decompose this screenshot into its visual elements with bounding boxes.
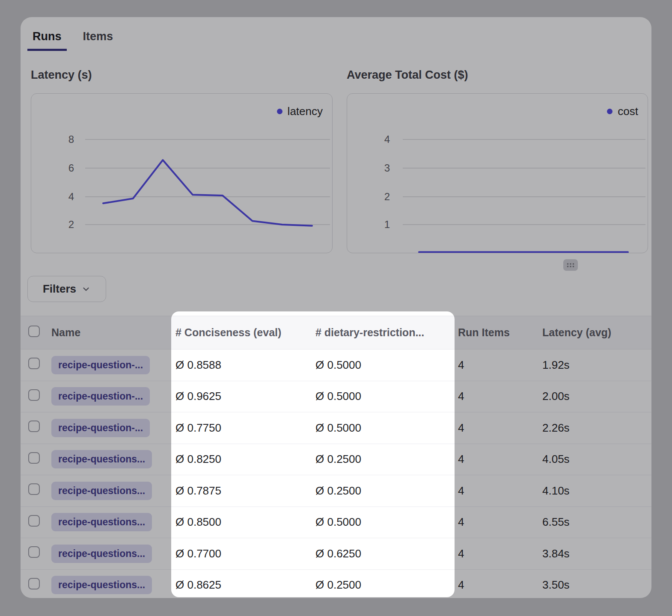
row-checkbox[interactable]	[28, 483, 40, 495]
chevron-down-icon	[81, 284, 91, 294]
run-name-badge[interactable]: recipe-question-...	[51, 356, 150, 374]
run-name-badge[interactable]: recipe-questions...	[51, 576, 152, 594]
row-checkbox[interactable]	[28, 452, 40, 464]
run-name-cell: recipe-questions...	[51, 450, 175, 468]
cost-chart-title: Average Total Cost ($)	[347, 68, 468, 82]
latency-value: 4.05s	[542, 453, 651, 466]
row-checkbox[interactable]	[28, 546, 40, 558]
runs-panel: Runs Items Latency (s) Average Total Cos…	[21, 17, 651, 598]
dietary-value: Ø 0.5000	[315, 421, 458, 435]
run-name-cell: recipe-questions...	[51, 576, 175, 594]
run-name-badge[interactable]: recipe-questions...	[51, 450, 152, 468]
table-header: Name # Conciseness (eval) # dietary-rest…	[21, 316, 651, 349]
run-name-cell: recipe-question-...	[51, 387, 175, 406]
latency-y-tick: 6	[48, 162, 74, 175]
row-checkbox-cell	[21, 389, 51, 404]
latency-line	[103, 160, 312, 226]
latency-value: 3.50s	[542, 578, 651, 592]
latency-value: 2.26s	[542, 421, 651, 435]
conciseness-value: Ø 0.8500	[175, 515, 315, 529]
dietary-value: Ø 0.2500	[315, 453, 458, 466]
latency-value: 2.00s	[542, 390, 651, 403]
cost-legend-label: cost	[618, 105, 638, 118]
column-header-latency[interactable]: Latency (avg)	[542, 326, 651, 339]
run-name-badge[interactable]: recipe-question-...	[51, 419, 150, 437]
run-name-badge[interactable]: recipe-questions...	[51, 545, 152, 563]
run-items-value: 4	[458, 358, 542, 372]
run-name-cell: recipe-questions...	[51, 513, 175, 531]
latency-value: 1.92s	[542, 358, 651, 372]
filters-button[interactable]: Filters	[27, 276, 106, 302]
row-checkbox-cell	[21, 578, 51, 592]
cost-chart-plot	[347, 94, 648, 253]
drag-handle[interactable]	[563, 259, 578, 271]
conciseness-value: Ø 0.8625	[175, 578, 315, 592]
row-checkbox[interactable]	[28, 421, 40, 432]
run-name-cell: recipe-question-...	[51, 419, 175, 437]
table-row: recipe-questions... Ø 0.8500 Ø 0.5000 4 …	[21, 507, 651, 539]
cost-legend[interactable]: cost	[607, 105, 638, 118]
row-checkbox[interactable]	[28, 389, 40, 401]
tab-items[interactable]: Items	[78, 30, 119, 51]
latency-y-tick: 4	[48, 190, 74, 203]
row-checkbox[interactable]	[28, 515, 40, 527]
tab-runs[interactable]: Runs	[27, 30, 67, 51]
table-row: recipe-question-... Ø 0.8588 Ø 0.5000 4 …	[21, 349, 651, 381]
tab-bar: Runs Items	[27, 30, 118, 51]
dietary-value: Ø 0.5000	[315, 390, 458, 403]
row-checkbox-cell	[21, 483, 51, 498]
table-row: recipe-question-... Ø 0.9625 Ø 0.5000 4 …	[21, 381, 651, 413]
conciseness-value: Ø 0.8250	[175, 453, 315, 466]
run-items-value: 4	[458, 578, 542, 592]
run-items-value: 4	[458, 515, 542, 529]
run-items-value: 4	[458, 484, 542, 498]
latency-chart-title: Latency (s)	[31, 68, 92, 82]
run-name-badge[interactable]: recipe-questions...	[51, 513, 152, 531]
latency-value: 3.84s	[542, 547, 651, 560]
column-header-name[interactable]: Name	[51, 326, 175, 339]
cost-y-tick: 1	[364, 218, 390, 231]
latency-legend-dot	[277, 109, 282, 114]
row-checkbox-cell	[21, 421, 51, 435]
dietary-value: Ø 0.6250	[315, 547, 458, 560]
run-name-cell: recipe-question-...	[51, 356, 175, 374]
run-items-value: 4	[458, 421, 542, 435]
cost-y-tick: 3	[364, 162, 390, 175]
table-row: recipe-questions... Ø 0.7700 Ø 0.6250 4 …	[21, 538, 651, 570]
table-row: recipe-questions... Ø 0.8625 Ø 0.2500 4 …	[21, 570, 651, 598]
conciseness-value: Ø 0.8588	[175, 358, 315, 372]
filters-button-label: Filters	[43, 282, 76, 296]
run-name-badge[interactable]: recipe-questions...	[51, 482, 152, 500]
header-checkbox-cell	[21, 326, 51, 340]
cost-y-tick: 2	[364, 190, 390, 203]
column-header-conciseness[interactable]: # Conciseness (eval)	[175, 326, 315, 339]
cost-legend-dot	[607, 109, 613, 114]
conciseness-value: Ø 0.9625	[175, 390, 315, 403]
conciseness-value: Ø 0.7700	[175, 547, 315, 560]
latency-legend[interactable]: latency	[277, 105, 323, 118]
row-checkbox[interactable]	[28, 358, 40, 369]
dietary-value: Ø 0.2500	[315, 578, 458, 592]
column-header-dietary[interactable]: # dietary-restriction...	[315, 326, 458, 339]
run-name-badge[interactable]: recipe-question-...	[51, 387, 150, 406]
latency-legend-label: latency	[288, 105, 323, 118]
latency-value: 6.55s	[542, 515, 651, 529]
run-items-value: 4	[458, 390, 542, 403]
latency-y-tick: 2	[48, 218, 74, 231]
latency-value: 4.10s	[542, 484, 651, 498]
select-all-checkbox[interactable]	[28, 326, 40, 337]
conciseness-value: Ø 0.7750	[175, 421, 315, 435]
dietary-value: Ø 0.5000	[315, 358, 458, 372]
latency-chart: 8 6 4 2 latency	[31, 93, 333, 253]
column-header-run-items[interactable]: Run Items	[458, 326, 542, 339]
row-checkbox[interactable]	[28, 578, 40, 589]
run-name-cell: recipe-questions...	[51, 545, 175, 563]
latency-y-tick: 8	[48, 133, 74, 146]
row-checkbox-cell	[21, 358, 51, 372]
run-name-cell: recipe-questions...	[51, 482, 175, 500]
table-row: recipe-question-... Ø 0.7750 Ø 0.5000 4 …	[21, 412, 651, 444]
row-checkbox-cell	[21, 452, 51, 467]
table-row: recipe-questions... Ø 0.7875 Ø 0.2500 4 …	[21, 475, 651, 507]
grip-dots-icon	[566, 262, 575, 268]
table-row: recipe-questions... Ø 0.8250 Ø 0.2500 4 …	[21, 444, 651, 476]
